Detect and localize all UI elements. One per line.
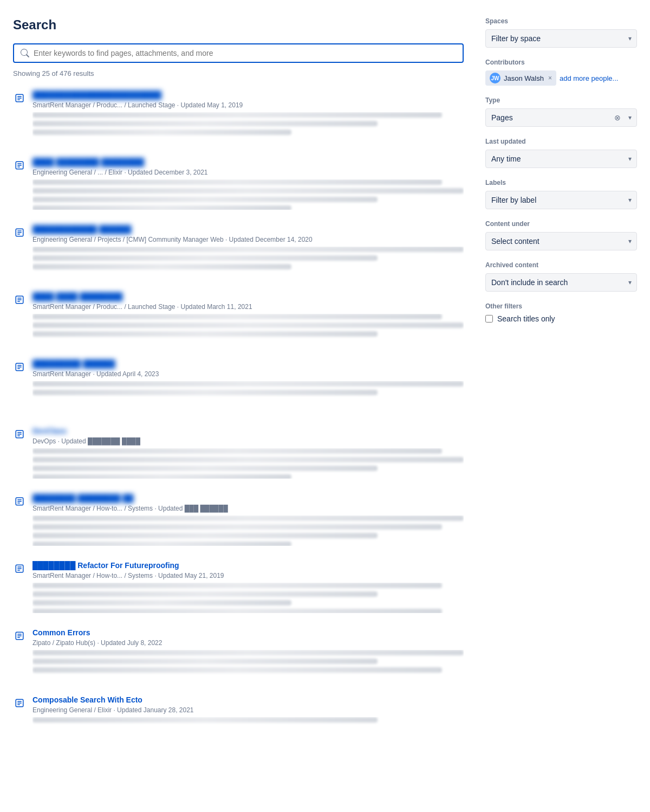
labels-label: Labels <box>485 179 637 186</box>
type-label: Type <box>485 96 637 104</box>
doc-icon <box>13 226 26 239</box>
snippet-line <box>32 533 378 538</box>
spaces-label: Spaces <box>485 17 637 25</box>
archived-content-section: Archived content Don't include in search <box>485 261 637 292</box>
result-body: DevClassDevOps · Updated ███████ ████ <box>32 427 464 479</box>
labels-select[interactable]: Filter by label <box>485 191 637 209</box>
snippet-line <box>32 381 464 386</box>
result-title[interactable]: DevClass <box>32 427 464 435</box>
result-title[interactable]: ████████████ ██████ <box>32 225 464 234</box>
result-meta: SmartRent Manager / How-to... / Systems … <box>32 505 464 512</box>
result-body: Composable Search With EctoEngineering G… <box>32 695 464 747</box>
search-icon <box>21 49 29 57</box>
labels-select-wrapper: Filter by label <box>485 191 637 209</box>
main-content: Search Showing 25 of 476 results ███████… <box>13 17 464 763</box>
result-title[interactable]: ████ ████████ ████████ <box>32 158 464 166</box>
last-updated-section: Last updated Any time <box>485 138 637 168</box>
last-updated-select[interactable]: Any time <box>485 150 637 168</box>
result-body: ████████████ ██████Engineering General /… <box>32 225 464 277</box>
contributors-label: Contributors <box>485 59 637 66</box>
result-title[interactable]: ████ ████ ████████ <box>32 292 464 301</box>
result-snippet <box>32 583 464 613</box>
snippet-line <box>32 524 442 530</box>
spaces-select[interactable]: Filter by space <box>485 29 637 48</box>
snippet-line <box>32 121 378 126</box>
contributors-box: JW Jason Walsh × add more people... <box>485 70 637 86</box>
result-title[interactable]: Composable Search With Ecto <box>32 695 464 704</box>
result-body: ████ ████ ████████SmartRent Manager / Pr… <box>32 292 464 344</box>
result-body: ████ ████████ ████████Engineering Genera… <box>32 158 464 210</box>
content-under-select[interactable]: Select content <box>485 232 637 250</box>
search-bar <box>13 43 464 63</box>
result-meta: Zipato / Zipato Hub(s) · Updated July 8,… <box>32 639 464 647</box>
spaces-select-wrapper: Filter by space <box>485 29 637 48</box>
contributor-avatar: JW <box>490 73 500 83</box>
contributor-name: Jason Walsh <box>504 74 544 82</box>
snippet-line <box>32 474 291 479</box>
snippet-line <box>32 390 378 395</box>
contributor-remove-button[interactable]: × <box>548 74 552 82</box>
type-select-wrapper: ⊗ Pages <box>485 108 637 127</box>
result-title[interactable]: █████████ ██████ <box>32 359 464 368</box>
search-titles-only-label[interactable]: Search titles only <box>497 314 555 323</box>
doc-icon <box>13 360 26 373</box>
result-title[interactable]: Common Errors <box>32 628 464 637</box>
result-meta: Engineering General / Elixir · Updated J… <box>32 706 464 714</box>
spaces-section: Spaces Filter by space <box>485 17 637 48</box>
snippet-line <box>32 112 442 118</box>
result-item: Composable Search With EctoEngineering G… <box>13 695 464 747</box>
result-meta: DevOps · Updated ███████ ████ <box>32 437 464 445</box>
snippet-line <box>32 583 442 588</box>
result-body: ████████ ████████ ██SmartRent Manager / … <box>32 494 464 546</box>
snippet-line <box>32 650 464 655</box>
result-item: ████████ ████████ ██SmartRent Manager / … <box>13 494 464 546</box>
doc-icon <box>13 562 26 575</box>
doc-icon <box>13 629 26 642</box>
last-updated-label: Last updated <box>485 138 637 145</box>
type-clear-button[interactable]: ⊗ <box>614 113 621 122</box>
result-snippet <box>32 515 464 546</box>
doc-icon <box>13 697 26 710</box>
result-meta: SmartRent Manager / Produc... / Launched… <box>32 303 464 311</box>
archived-select-wrapper: Don't include in search <box>485 273 637 292</box>
result-body: Common ErrorsZipato / Zipato Hub(s) · Up… <box>32 628 464 680</box>
last-updated-select-wrapper: Any time <box>485 150 637 168</box>
snippet-line <box>32 515 464 521</box>
doc-icon <box>13 428 26 441</box>
content-under-label: Content under <box>485 220 637 228</box>
search-titles-only-checkbox[interactable] <box>485 315 493 323</box>
snippet-line <box>32 466 378 471</box>
snippet-line <box>32 659 378 664</box>
snippet-line <box>32 717 378 723</box>
snippet-line <box>32 205 291 210</box>
search-input[interactable] <box>34 49 456 57</box>
result-item: ████████ Refactor For FutureproofingSmar… <box>13 561 464 613</box>
add-people-link[interactable]: add more people... <box>560 74 618 82</box>
contributors-section: Contributors JW Jason Walsh × add more p… <box>485 59 637 86</box>
result-title[interactable]: ████████████████████████ <box>32 91 464 99</box>
result-item: ████████████ ██████Engineering General /… <box>13 225 464 277</box>
result-item: ████ ████ ████████SmartRent Manager / Pr… <box>13 292 464 344</box>
doc-icon <box>13 159 26 172</box>
contributor-tag: JW Jason Walsh × <box>485 70 556 86</box>
results-count: Showing 25 of 476 results <box>13 69 464 78</box>
snippet-line <box>32 667 442 673</box>
result-body: ████████ Refactor For FutureproofingSmar… <box>32 561 464 613</box>
result-title-link[interactable]: Composable Search With Ecto <box>32 695 142 704</box>
result-title-link[interactable]: ████████ Refactor For Futureproofing <box>32 561 179 570</box>
result-snippet <box>32 650 464 680</box>
snippet-line <box>32 130 291 135</box>
result-title[interactable]: ████████ ████████ ██ <box>32 494 464 502</box>
result-item: DevClassDevOps · Updated ███████ ████ <box>13 427 464 479</box>
result-body: █████████ ██████SmartRent Manager · Upda… <box>32 359 464 411</box>
archived-content-label: Archived content <box>485 261 637 269</box>
doc-icon <box>13 293 26 306</box>
snippet-line <box>32 323 464 328</box>
archived-select[interactable]: Don't include in search <box>485 273 637 292</box>
result-title[interactable]: ████████ Refactor For Futureproofing <box>32 561 464 570</box>
snippet-line <box>32 179 442 185</box>
result-meta: SmartRent Manager / Produc... / Launched… <box>32 101 464 109</box>
result-item: ████████████████████████SmartRent Manage… <box>13 91 464 143</box>
content-under-select-wrapper: Select content <box>485 232 637 250</box>
result-title-link[interactable]: Common Errors <box>32 628 90 637</box>
